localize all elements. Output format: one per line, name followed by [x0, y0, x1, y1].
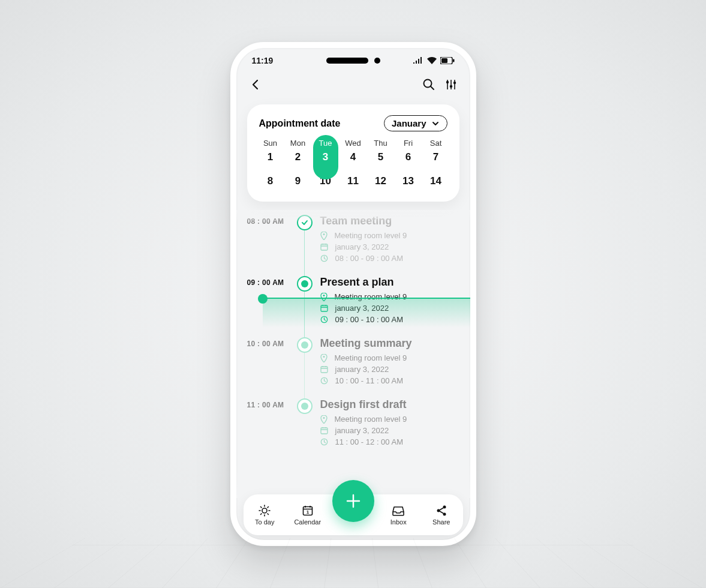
- slot-content: Design first draftMeeting room level 9ja…: [320, 398, 459, 446]
- svg-point-5: [449, 85, 452, 88]
- calendar-daynum: 6: [395, 148, 422, 167]
- calendar-weekday: Wed: [340, 139, 367, 148]
- timeline-node-column: [294, 337, 316, 385]
- calendar-weekday: Sun: [257, 139, 284, 148]
- calendar-day[interactable]: 9: [284, 170, 312, 192]
- event-range: 09 : 00 - 10 : 00 AM: [335, 315, 403, 324]
- event-details: Meeting room level 9january 3, 202210 : …: [320, 353, 459, 385]
- node-done: [297, 215, 313, 230]
- calendar-day[interactable]: Thu5: [367, 139, 395, 167]
- search-button[interactable]: [422, 78, 435, 91]
- event-location: Meeting room level 9: [335, 231, 407, 240]
- calendar-weekday: Fri: [395, 139, 422, 148]
- calendar-daynum: 3: [312, 148, 340, 167]
- slot-content: Team meetingMeeting room level 9january …: [320, 215, 459, 263]
- calendar-small-icon: [320, 427, 328, 434]
- calendar-day[interactable]: Fri6: [395, 139, 422, 167]
- svg-rect-2: [453, 59, 455, 62]
- side-button: [230, 174, 231, 210]
- pin-icon: [320, 415, 328, 424]
- calendar-day[interactable]: Tue3: [312, 139, 340, 167]
- sun-icon: [259, 505, 271, 517]
- event-location: Meeting room level 9: [335, 415, 407, 424]
- calendar-day[interactable]: 8: [257, 170, 284, 192]
- event-title: Design first draft: [320, 398, 459, 411]
- plus-icon: [344, 492, 362, 510]
- calendar-small-icon: [320, 243, 328, 251]
- timeline-connector: [304, 353, 305, 398]
- calendar-weekday: Tue: [312, 139, 340, 148]
- timeline-slot[interactable]: 09 : 00 AMPresent a planMeeting room lev…: [247, 276, 459, 337]
- calendar-day[interactable]: 14: [422, 170, 450, 192]
- svg-point-10: [323, 295, 325, 296]
- calendar-daynum: 4: [340, 148, 367, 167]
- status-time: 11:19: [252, 56, 274, 65]
- time-label: 08 : 00 AM: [247, 215, 289, 263]
- signal-icon: [413, 57, 423, 64]
- calendar-weekday: Mon: [284, 139, 312, 148]
- phone-frame: 11:19: [230, 42, 476, 546]
- event-location: Meeting room level 9: [335, 292, 407, 301]
- slot-content: Meeting summaryMeeting room level 9janua…: [320, 337, 459, 385]
- svg-point-4: [446, 81, 448, 83]
- share-icon: [435, 505, 447, 517]
- nav-share[interactable]: Share: [420, 505, 463, 526]
- chevron-left-icon: [250, 79, 262, 91]
- nav-inbox[interactable]: Inbox: [377, 505, 420, 526]
- time-label: 09 : 00 AM: [247, 276, 289, 324]
- calendar-day[interactable]: 13: [395, 170, 422, 192]
- clock-icon: [320, 254, 328, 262]
- timeline-node-column: [294, 398, 316, 446]
- timeline-slot[interactable]: 10 : 00 AMMeeting summaryMeeting room le…: [247, 337, 459, 398]
- svg-rect-1: [441, 58, 447, 63]
- calendar-daynum: 1: [257, 148, 284, 167]
- month-select[interactable]: January: [384, 115, 447, 131]
- add-button[interactable]: [332, 480, 374, 522]
- side-button: [476, 162, 476, 216]
- calendar-day[interactable]: Mon2: [284, 139, 312, 167]
- calendar-day[interactable]: Wed4: [340, 139, 367, 167]
- calendar-card: Appointment date January Sun1Mon2Tue3Wed…: [247, 104, 459, 202]
- nav-label: Calendar: [294, 518, 321, 526]
- svg-point-13: [323, 356, 325, 358]
- nav-label: To day: [255, 518, 274, 526]
- filter-button[interactable]: [445, 79, 457, 91]
- event-location: Meeting room level 9: [335, 353, 407, 362]
- event-date: january 3, 2022: [335, 365, 389, 374]
- svg-point-16: [323, 417, 325, 419]
- nav-today[interactable]: To day: [244, 505, 287, 526]
- timeline-connector: [304, 292, 305, 337]
- side-button: [230, 138, 231, 162]
- event-range: 08 : 00 - 09 : 00 AM: [335, 254, 403, 263]
- check-icon: [301, 218, 309, 227]
- event-range: 10 : 00 - 11 : 00 AM: [335, 376, 403, 385]
- calendar-weekday: Thu: [367, 139, 395, 148]
- clock-icon: [320, 316, 328, 323]
- event-date: january 3, 2022: [335, 242, 389, 251]
- calendar-daynum: 7: [422, 148, 450, 167]
- calendar-title: Appointment date: [259, 118, 341, 129]
- calendar-day[interactable]: 12: [367, 170, 395, 192]
- calendar-day[interactable]: Sun1: [257, 139, 284, 167]
- timeline-slot[interactable]: 08 : 00 AMTeam meetingMeeting room level…: [247, 215, 459, 276]
- timeline-slot[interactable]: 11 : 00 AMDesign first draftMeeting room…: [247, 398, 459, 460]
- calendar-weekday: Sat: [422, 139, 450, 148]
- event-date: january 3, 2022: [335, 304, 389, 313]
- nav-calendar[interactable]: 1 Calendar: [286, 505, 329, 526]
- nav-label: Share: [432, 518, 450, 526]
- calendar-small-icon: [320, 304, 328, 312]
- calendar-grid: Sun1Mon2Tue3Wed4Thu5Fri6Sat7891011121314: [257, 139, 450, 192]
- back-button[interactable]: [250, 79, 262, 91]
- svg-point-19: [262, 508, 267, 513]
- svg-rect-8: [321, 244, 328, 250]
- timeline-node-column: [294, 276, 316, 324]
- calendar-day[interactable]: Sat7: [422, 139, 450, 167]
- inbox-icon: [392, 505, 405, 517]
- pin-icon: [320, 354, 328, 362]
- svg-point-22: [443, 505, 446, 508]
- search-icon: [422, 78, 435, 91]
- node-active: [297, 276, 313, 292]
- top-nav: [236, 68, 470, 101]
- event-date: january 3, 2022: [335, 426, 389, 435]
- calendar-day[interactable]: 11: [340, 170, 367, 192]
